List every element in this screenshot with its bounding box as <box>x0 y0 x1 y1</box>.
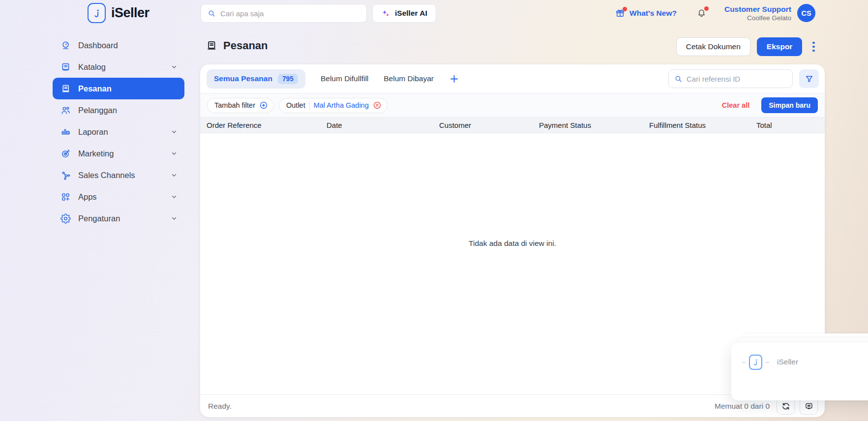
notification-dot <box>623 7 627 11</box>
notification-dot <box>704 6 709 11</box>
sidebar-item-sales-channels[interactable]: Sales Channels <box>53 164 184 186</box>
sidebar-item-label: Katalog <box>78 62 106 72</box>
channels-icon <box>60 170 71 180</box>
orders-icon <box>60 84 71 94</box>
tab-belum-dibayar[interactable]: Belum Dibayar <box>384 74 434 83</box>
apps-icon <box>60 192 71 202</box>
popup-brand-text: iSeller <box>777 358 798 366</box>
add-filter-chip[interactable]: Tambah filter <box>207 98 274 113</box>
settings-gear-icon <box>60 213 71 224</box>
iseller-ai-button[interactable]: iSeller AI <box>372 4 436 23</box>
outlet-filter-chip[interactable]: Outlet Mal Artha Gading <box>279 98 388 113</box>
order-count-badge: 795 <box>278 74 298 84</box>
sidebar-item-label: Apps <box>78 192 97 202</box>
account-store: Coolfee Gelato <box>724 14 791 22</box>
sidebar-item-label: Laporan <box>78 127 108 137</box>
sidebar-item-label: Marketing <box>78 149 114 158</box>
reference-search[interactable] <box>668 69 793 88</box>
column-customer: Customer <box>439 121 539 129</box>
iseller-ai-label: iSeller AI <box>395 9 427 18</box>
sidebar-item-pengaturan[interactable]: Pengaturan <box>53 208 184 229</box>
tab-belum-difullfill[interactable]: Belum Difullfill <box>321 74 368 83</box>
export-button[interactable]: Ekspor <box>757 37 803 56</box>
divider <box>309 101 310 110</box>
plus-icon <box>449 74 459 84</box>
reports-icon <box>60 127 71 137</box>
notifications-button[interactable] <box>696 8 707 18</box>
chevron-down-icon <box>171 215 178 222</box>
sidebar-item-katalog[interactable]: Katalog <box>53 56 184 78</box>
add-filter-label: Tambah filter <box>214 101 255 109</box>
chevron-down-icon <box>171 150 178 157</box>
filter-value: Mal Artha Gading <box>314 101 369 109</box>
account-menu[interactable]: Customer Support Coolfee Gelato <box>724 4 791 21</box>
sidebar-item-dashboard[interactable]: Dashboard <box>53 34 184 56</box>
customers-icon <box>60 105 71 116</box>
search-icon <box>208 9 216 18</box>
plus-circle-icon <box>259 101 268 110</box>
sidebar-item-marketing[interactable]: Marketing <box>53 143 184 164</box>
orders-page-icon <box>206 40 217 52</box>
remove-filter-icon[interactable] <box>373 101 382 110</box>
dash-mark <box>766 362 769 363</box>
clear-all-button[interactable]: Clear all <box>722 101 749 109</box>
sidebar-item-pelanggan[interactable]: Pelanggan <box>53 99 184 121</box>
sidebar-item-pesanan[interactable]: Pesanan <box>53 78 184 99</box>
tab-semua-pesanan[interactable]: Semua Pesanan 795 <box>207 69 305 89</box>
whats-new-label: What's New? <box>629 9 677 18</box>
status-text: Ready. <box>208 402 232 411</box>
marketing-icon <box>60 149 71 159</box>
page-title: Pesanan <box>206 39 268 52</box>
more-options-icon[interactable] <box>808 39 819 55</box>
iseller-logo-icon <box>749 355 762 370</box>
chevron-down-icon <box>171 63 178 70</box>
table-header: Order Reference Date Customer Payment St… <box>200 117 825 133</box>
sidebar-item-label: Pelanggan <box>78 106 117 115</box>
reference-search-input[interactable] <box>687 75 787 83</box>
sparkles-icon <box>381 9 390 18</box>
chevron-down-icon <box>171 172 178 179</box>
sidebar-item-apps[interactable]: Apps <box>53 186 184 208</box>
avatar[interactable]: CS <box>797 4 815 22</box>
column-total: Total <box>756 121 825 129</box>
chevron-down-icon <box>171 193 178 200</box>
account-name: Customer Support <box>724 4 791 14</box>
filter-field: Outlet <box>286 101 305 109</box>
global-search[interactable] <box>201 4 367 23</box>
empty-state-message: Tidak ada data di view ini. <box>200 239 825 248</box>
brand: iSeller <box>88 3 150 23</box>
sidebar: Dashboard Katalog Pesanan Pelanggan <box>53 34 184 229</box>
sidebar-item-label: Pesanan <box>78 84 112 93</box>
notification-popup: iSeller <box>731 333 868 403</box>
sidebar-item-label: Sales Channels <box>78 171 135 180</box>
filter-button[interactable] <box>799 69 819 88</box>
add-view-button[interactable] <box>449 74 459 84</box>
sidebar-item-label: Pengaturan <box>78 214 120 223</box>
tab-label: Semua Pesanan <box>214 74 272 83</box>
dashboard-icon <box>60 40 71 51</box>
gift-icon <box>615 8 625 18</box>
funnel-icon <box>805 74 814 84</box>
search-icon <box>674 75 683 83</box>
global-search-input[interactable] <box>220 9 360 18</box>
popup-card[interactable]: iSeller <box>731 343 868 400</box>
whats-new-button[interactable]: What's New? <box>615 8 677 18</box>
column-payment-status: Payment Status <box>539 121 649 129</box>
save-view-button[interactable]: Simpan baru <box>761 97 818 113</box>
print-document-button[interactable]: Cetak Dokumen <box>676 37 750 56</box>
brand-name: iSeller <box>111 5 150 21</box>
chevron-down-icon <box>171 128 178 135</box>
view-tabs: Semua Pesanan 795 Belum Difullfill Belum… <box>200 64 825 93</box>
top-header: iSeller iSeller AI What's New? <box>0 0 868 26</box>
dash-mark <box>742 362 746 363</box>
column-date: Date <box>327 121 439 129</box>
iseller-logo-icon <box>88 3 106 23</box>
page-title-text: Pesanan <box>223 39 268 52</box>
column-order-reference: Order Reference <box>200 121 327 129</box>
filter-bar: Tambah filter Outlet Mal Artha Gading Cl… <box>200 93 825 117</box>
popup-logo <box>742 355 769 370</box>
catalog-icon <box>60 62 71 72</box>
sidebar-item-label: Dashboard <box>78 41 118 50</box>
sidebar-item-laporan[interactable]: Laporan <box>53 121 184 143</box>
column-fulfillment-status: Fulfillment Status <box>649 121 756 129</box>
